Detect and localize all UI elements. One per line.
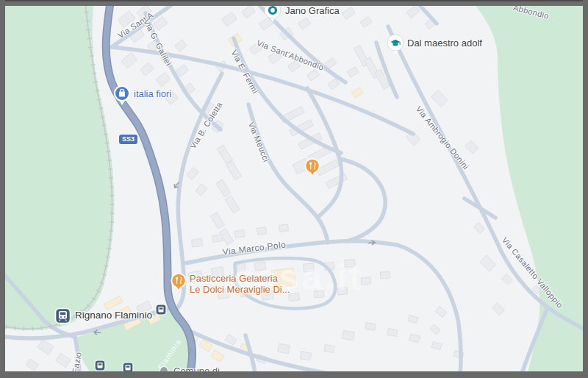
frame-right bbox=[583, 0, 588, 378]
dal-maestro-label[interactable]: Dal maestro adolf bbox=[407, 38, 482, 49]
pasticceria-label[interactable]: Pasticceria Gelateria Le Dolci Meravigli… bbox=[190, 273, 290, 295]
frame-bottom bbox=[0, 371, 588, 378]
italia-fiori-label[interactable]: italia fiori bbox=[134, 88, 171, 99]
station-label[interactable]: Rignano Flaminio bbox=[75, 310, 152, 321]
pasticceria-label-line1: Pasticceria Gelateria bbox=[190, 273, 290, 284]
frame-top bbox=[0, 0, 588, 6]
route-badge-ss3: SS3 bbox=[119, 135, 137, 144]
map-viewport[interactable]: casa.it Via Sant'A Abbondio Via Sant'Abb… bbox=[0, 0, 588, 378]
jano-grafica-label[interactable]: Jano Grafica bbox=[285, 5, 340, 16]
map-canvas[interactable]: casa.it Via Sant'A Abbondio Via Sant'Abb… bbox=[0, 0, 588, 378]
pasticceria-label-line2: Le Dolci Meraviglie Di... bbox=[190, 284, 290, 295]
frame-left bbox=[0, 0, 5, 378]
